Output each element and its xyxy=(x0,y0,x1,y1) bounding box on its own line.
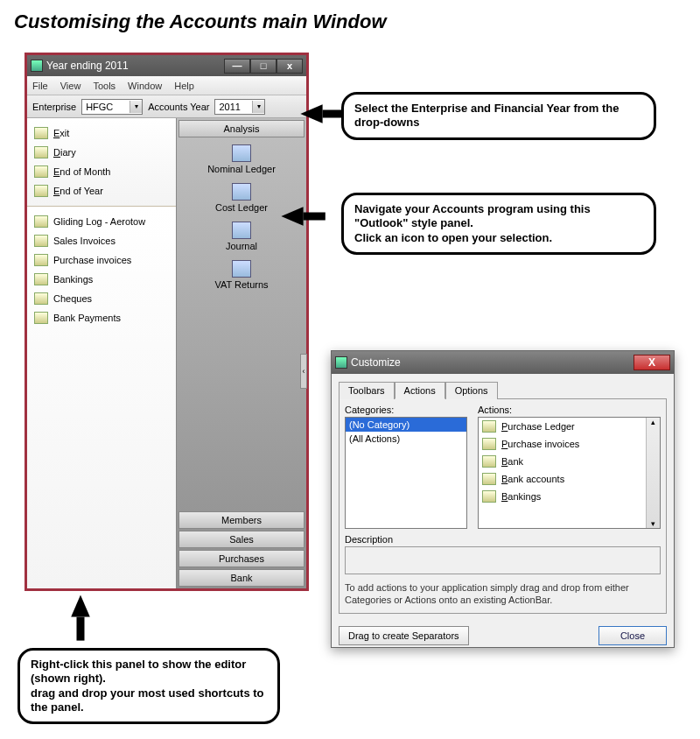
close-button[interactable]: x xyxy=(276,59,303,60)
window-titlebar[interactable]: Year ending 2011 — □ x xyxy=(27,55,306,60)
accounts-main-window: Year ending 2011 — □ x File View Tools W… xyxy=(24,53,309,60)
page-title: Customising the Accounts main Window xyxy=(14,11,690,33)
maximize-button[interactable]: □ xyxy=(250,59,276,60)
minimize-button[interactable]: — xyxy=(224,59,250,60)
